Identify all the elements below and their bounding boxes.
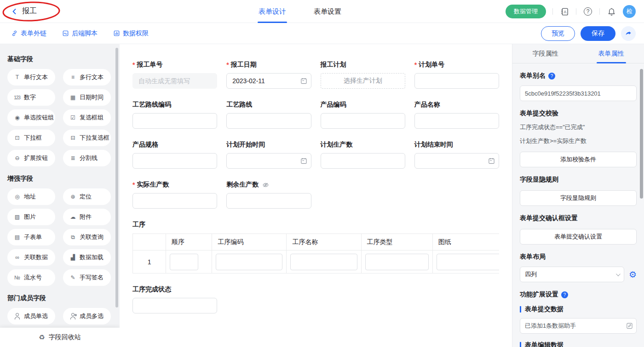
- submit-data-input[interactable]: [520, 318, 637, 334]
- sidebar-item-datetime[interactable]: ▦日期时间: [63, 89, 111, 106]
- form-canvas[interactable]: *报工单号 *报工日期 报工计划 选择生产计划 *计划单号 工艺路线编码: [120, 44, 512, 347]
- field-plan-qty[interactable]: 计划生产数: [321, 141, 405, 169]
- plan-qty-input[interactable]: [321, 153, 405, 169]
- field-report-date[interactable]: *报工日期: [226, 61, 311, 89]
- sidebar-item-attachment[interactable]: ☁附件: [63, 209, 111, 225]
- field-process-status[interactable]: 工序完成状态: [132, 285, 217, 313]
- sidebar-item-serial-number[interactable]: №流水号: [7, 269, 55, 286]
- help-question-icon[interactable]: ?: [561, 291, 568, 298]
- plan-start-time-input[interactable]: [226, 153, 311, 169]
- plan-no-input[interactable]: [414, 73, 499, 89]
- product-name-input[interactable]: [414, 113, 499, 129]
- sidebar-item-data-load[interactable]: ▟数据加载: [63, 249, 111, 266]
- select-production-plan-button[interactable]: 选择生产计划: [321, 73, 405, 89]
- submit-confirm-button[interactable]: 表单提交确认设置: [520, 229, 637, 245]
- sidebar-item-signature[interactable]: ✎手写签名: [63, 269, 111, 286]
- validation-rule[interactable]: 计划生产数>=实际生产数: [520, 137, 637, 145]
- data-permission-button[interactable]: 数据权限: [113, 29, 149, 38]
- actual-qty-input[interactable]: [132, 193, 217, 209]
- preview-button[interactable]: 预览: [541, 26, 575, 41]
- required-asterisk: *: [226, 61, 229, 68]
- sidebar-item-location[interactable]: ⊕定位: [63, 188, 111, 205]
- drawing-cell-input[interactable]: [437, 254, 499, 270]
- plan-end-time-input[interactable]: [414, 153, 499, 169]
- sidebar-item-single-line-text[interactable]: T单行文本: [7, 69, 55, 85]
- sidebar-item-multi-line-text[interactable]: ≡多行文本: [63, 69, 111, 85]
- field-recycle-bin-button[interactable]: ♻ 字段回收站: [0, 328, 120, 347]
- field-row-group: 工序完成状态: [132, 285, 499, 313]
- route-input[interactable]: [226, 113, 311, 129]
- field-work-order-no[interactable]: *报工单号: [132, 61, 217, 89]
- panel-scrollbar[interactable]: [640, 69, 643, 199]
- field-product-name[interactable]: 产品名称: [414, 101, 499, 129]
- column-header: 工序名称: [287, 234, 361, 250]
- sidebar-item-select[interactable]: ⊡下拉框: [7, 130, 55, 146]
- sidebar-item-relation-data[interactable]: ∞关联数据: [7, 249, 55, 266]
- field-label: 报工计划: [321, 61, 346, 69]
- product-code-input[interactable]: [321, 113, 405, 129]
- work-order-no-input[interactable]: [132, 73, 217, 89]
- sidebar-item-subform[interactable]: ▤子表单: [7, 229, 55, 245]
- product-spec-input[interactable]: [132, 153, 217, 169]
- hidden-field-eye-icon[interactable]: [262, 182, 269, 188]
- field-plan-start-time[interactable]: 计划开始时间: [226, 141, 311, 169]
- subtable-field[interactable]: 工序 顺序 工序编码 工序名称 工序类型 图纸 1: [132, 221, 499, 273]
- field-route[interactable]: 工艺路线: [226, 101, 311, 129]
- tab-form-design[interactable]: 表单设计: [258, 0, 287, 23]
- svg-text:A: A: [564, 9, 566, 14]
- subtable-label: 工序: [132, 221, 499, 229]
- sidebar-item-image[interactable]: ▨图片: [7, 209, 55, 225]
- share-button[interactable]: [621, 26, 636, 41]
- field-product-spec[interactable]: 产品规格: [132, 141, 217, 169]
- sidebar-item-relation-query[interactable]: ⧉关联查询: [63, 229, 111, 245]
- sidebar-item-member-single[interactable]: 成员单选: [7, 308, 55, 324]
- field-label: 工艺路线: [226, 101, 252, 109]
- field-product-code[interactable]: 产品编码: [321, 101, 405, 129]
- process-code-cell-input[interactable]: [216, 254, 282, 270]
- sidebar-item-radio-group[interactable]: ◉单选按钮组: [7, 109, 55, 126]
- help-icon[interactable]: ?: [583, 6, 593, 17]
- field-remaining-qty[interactable]: 剩余生产数: [226, 181, 311, 209]
- sidebar-item-extend-button[interactable]: ⊖扩展按钮: [7, 150, 55, 166]
- contact-book-icon[interactable]: A: [559, 6, 569, 17]
- field-report-plan[interactable]: 报工计划 选择生产计划: [321, 61, 405, 89]
- field-plan-end-time[interactable]: 计划结束时间: [414, 141, 499, 169]
- sequence-cell-input[interactable]: [170, 254, 198, 270]
- visibility-rules-button[interactable]: 字段显隐规则: [520, 190, 637, 206]
- layout-select[interactable]: 四列: [520, 267, 624, 282]
- sidebar-scrollbar[interactable]: [115, 48, 118, 307]
- remaining-qty-input[interactable]: [226, 193, 311, 209]
- sidebar-item-address[interactable]: ◎地址: [7, 188, 55, 205]
- field-actual-qty[interactable]: *实际生产数: [132, 181, 217, 209]
- sidebar-item-member-multi[interactable]: 成员多选: [63, 308, 111, 324]
- sidebar-item-multi-select[interactable]: ⊟下拉复选框: [63, 130, 111, 146]
- sidebar-item-checkbox-group[interactable]: ☑复选框组: [63, 109, 111, 126]
- process-name-cell-input[interactable]: [290, 254, 357, 270]
- process-type-cell-input[interactable]: [365, 254, 429, 270]
- help-question-icon[interactable]: ?: [548, 73, 555, 80]
- tab-field-properties[interactable]: 字段属性: [512, 44, 578, 63]
- sidebar-item-divider-line[interactable]: ≣分割线: [63, 150, 111, 166]
- process-status-input[interactable]: [132, 298, 217, 313]
- data-manage-button[interactable]: 数据管理: [506, 5, 546, 18]
- form-alias-input[interactable]: [520, 85, 637, 101]
- tab-form-settings[interactable]: 表单设置: [313, 0, 342, 23]
- backend-script-button[interactable]: 后端脚本: [62, 29, 98, 38]
- save-button[interactable]: 保存: [581, 26, 615, 41]
- bell-icon[interactable]: [606, 6, 616, 17]
- field-route-code[interactable]: 工艺路线编码: [132, 101, 217, 129]
- add-validation-button[interactable]: 添加校验条件: [520, 152, 637, 167]
- sidebar-item-number[interactable]: 123数字: [7, 89, 55, 106]
- external-link-button[interactable]: 表单外链: [11, 29, 46, 38]
- validation-rule[interactable]: 工序完成状态=="已完成": [520, 123, 637, 131]
- back-button[interactable]: 报工: [0, 6, 138, 16]
- tab-form-properties[interactable]: 表单属性: [578, 44, 644, 63]
- divider: [552, 8, 553, 15]
- route-code-input[interactable]: [132, 113, 217, 129]
- edit-pencil-icon[interactable]: [626, 323, 633, 330]
- field-label: 剩余生产数: [226, 181, 259, 189]
- layout-gear-icon[interactable]: ⚙: [629, 270, 637, 279]
- avatar[interactable]: 检: [623, 5, 636, 18]
- report-date-input[interactable]: [226, 73, 311, 89]
- field-plan-no[interactable]: *计划单号: [414, 61, 499, 89]
